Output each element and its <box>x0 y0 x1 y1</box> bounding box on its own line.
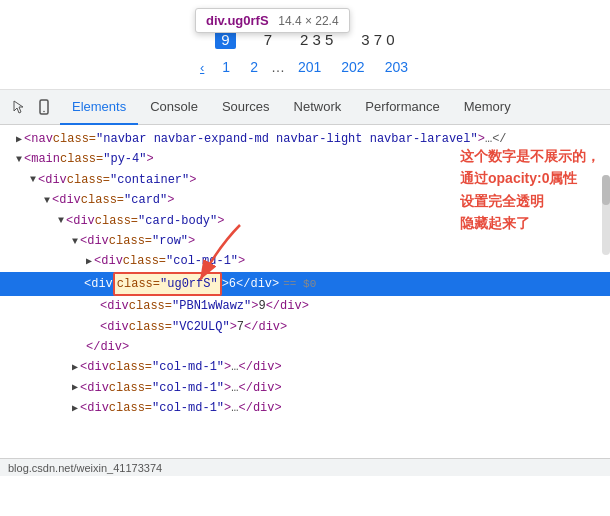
tree-line[interactable]: ▼ <div class="container"> <box>0 170 610 190</box>
page-num: 2 3 5 <box>300 31 333 48</box>
tree-arrow[interactable]: ▼ <box>44 192 50 209</box>
pagination-link-202[interactable]: 202 <box>334 57 371 77</box>
tree-arrow[interactable]: ▶ <box>16 131 22 148</box>
pagination-link-1[interactable]: 1 <box>215 57 237 77</box>
tree-line[interactable]: ▼ <div class="card"> <box>0 190 610 210</box>
devtools-tabs: Elements Console Sources Network Perform… <box>0 90 610 125</box>
svg-point-1 <box>43 111 45 113</box>
tree-line[interactable]: ▶ <div class="col-md-1">…</div> <box>0 398 610 418</box>
scrollbar-thumb[interactable] <box>602 175 610 205</box>
selected-content: >6</div> <box>222 274 280 294</box>
tree-line[interactable]: ▶ <div class="col-md-1">…</div> <box>0 357 610 377</box>
tree-line[interactable]: ▶ <nav class="navbar navbar-expand-md na… <box>0 129 610 149</box>
element-tooltip: div.ug0rfS 14.4 × 22.4 <box>195 8 350 33</box>
tree-arrow[interactable]: ▼ <box>16 151 22 168</box>
tree-line[interactable]: </div> <box>0 337 610 357</box>
selected-class-attr: class="ug0rfS" <box>113 272 222 296</box>
tree-arrow[interactable]: ▼ <box>72 233 78 250</box>
tree-arrow[interactable]: ▼ <box>30 171 36 188</box>
tree-arrow[interactable]: ▶ <box>72 379 78 396</box>
html-tree: ▶ <nav class="navbar navbar-expand-md na… <box>0 125 610 422</box>
tooltip-dimensions: 14.4 × 22.4 <box>278 14 338 28</box>
tooltip-element-name: div.ug0rfS <box>206 13 269 28</box>
pagination-prev[interactable]: ‹ <box>195 58 209 77</box>
pagination-dots: … <box>271 59 285 75</box>
footer-bar: blog.csdn.net/weixin_41173374 <box>0 458 610 476</box>
tree-line[interactable]: <div class="VC2ULQ">7</div> <box>0 317 610 337</box>
pagination-link-201[interactable]: 201 <box>291 57 328 77</box>
tree-arrow[interactable]: ▶ <box>86 253 92 270</box>
tree-line[interactable]: ▶ <div class="col-md-1"> <box>0 251 610 271</box>
tree-line[interactable]: <div class="PBN1wWawz">9</div> <box>0 296 610 316</box>
tree-arrow[interactable]: ▼ <box>58 212 64 229</box>
tree-line[interactable]: ▶ <div class="col-md-1">…</div> <box>0 378 610 398</box>
tab-console[interactable]: Console <box>138 90 210 125</box>
pagination-link-203[interactable]: 203 <box>378 57 415 77</box>
selected-tag-open: <div <box>84 274 113 294</box>
dom-id: == $0 <box>283 275 316 294</box>
tree-line[interactable]: ▼ <div class="card-body"> <box>0 211 610 231</box>
tree-line[interactable]: ▼ <main class="py-4"> <box>0 149 610 169</box>
page-num: 3 7 0 <box>361 31 394 48</box>
tab-elements[interactable]: Elements <box>60 90 138 125</box>
selected-tree-line[interactable]: <div class="ug0rfS">6</div> == $0 <box>0 272 610 296</box>
page-num: 7 <box>264 31 272 48</box>
mobile-icon[interactable] <box>34 97 54 117</box>
vertical-scrollbar[interactable] <box>602 175 610 255</box>
devtools-panel: ▶ <nav class="navbar navbar-expand-md na… <box>0 125 610 476</box>
tab-sources[interactable]: Sources <box>210 90 282 125</box>
tree-line[interactable]: ▼ <div class="row"> <box>0 231 610 251</box>
tree-arrow[interactable]: ▶ <box>72 359 78 376</box>
tab-performance[interactable]: Performance <box>353 90 451 125</box>
tab-network[interactable]: Network <box>282 90 354 125</box>
tree-arrow[interactable]: ▶ <box>72 400 78 417</box>
tab-memory[interactable]: Memory <box>452 90 523 125</box>
pagination-row2: ‹ 1 2 … 201 202 203 <box>0 51 610 85</box>
pagination-link-2[interactable]: 2 <box>243 57 265 77</box>
cursor-icon[interactable] <box>8 97 28 117</box>
footer-url: blog.csdn.net/weixin_41173374 <box>8 462 162 474</box>
